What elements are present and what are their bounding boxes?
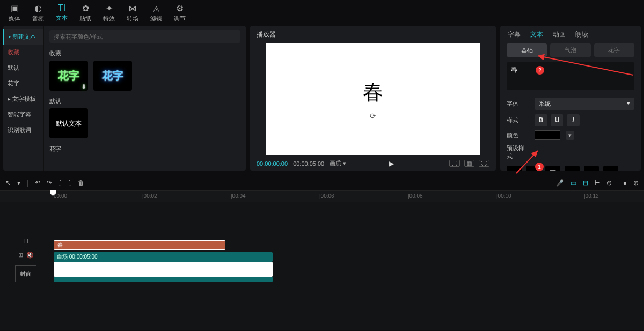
delete-button[interactable]: 🗑 bbox=[78, 179, 84, 187]
tool-adjust[interactable]: ⚙调节 bbox=[169, 2, 191, 26]
time-total: 00:00:05:00 bbox=[293, 160, 324, 167]
mic-icon[interactable]: 🎤 bbox=[556, 179, 564, 187]
sticker-icon: ✿ bbox=[74, 3, 97, 13]
tool-effect[interactable]: ✦特效 bbox=[98, 2, 120, 26]
color-dropdown-icon[interactable]: ▾ bbox=[566, 131, 574, 140]
side-text-template[interactable]: ▸ 文字模板 bbox=[3, 91, 43, 107]
tool-transition[interactable]: ⋈转场 bbox=[121, 2, 144, 26]
expand-track-icon[interactable]: ⊞ bbox=[18, 252, 23, 259]
italic-button[interactable]: I bbox=[567, 114, 580, 126]
mute-track-icon[interactable]: 🔇 bbox=[26, 252, 34, 259]
quality-dropdown[interactable]: 画质 ▾ bbox=[330, 159, 346, 167]
preset-none[interactable]: ⊘ bbox=[507, 166, 522, 171]
section-huazi: 花字 bbox=[49, 145, 240, 153]
download-icon: ⬇ bbox=[82, 84, 86, 90]
preset-4[interactable]: T bbox=[584, 166, 599, 171]
text-icon: TI bbox=[50, 3, 73, 13]
underline-button[interactable]: U bbox=[551, 114, 564, 126]
color-picker[interactable] bbox=[535, 130, 560, 140]
tool-text[interactable]: TI文本 bbox=[50, 2, 73, 26]
magnet-icon[interactable]: ▭ bbox=[570, 179, 576, 187]
font-label: 字体 bbox=[507, 100, 529, 108]
filter-icon: ◬ bbox=[145, 3, 167, 13]
ruler-tick: |00:06 bbox=[319, 193, 334, 199]
timeline-ruler[interactable]: 00:00|00:02|00:04|00:06|00:08|00:10|00:1… bbox=[0, 191, 644, 202]
color-label: 颜色 bbox=[507, 131, 529, 139]
ruler-tick: |00:04 bbox=[231, 193, 246, 199]
tab-subtitle[interactable]: 字幕 bbox=[508, 30, 521, 39]
fullscreen-icon[interactable]: ⛶ bbox=[479, 160, 489, 167]
redo-button[interactable]: ↷ bbox=[47, 179, 52, 187]
tab-read[interactable]: 朗读 bbox=[575, 30, 588, 39]
ruler-tick: |00:10 bbox=[496, 193, 511, 199]
undo-button[interactable]: ↶ bbox=[35, 179, 40, 187]
canvas-text: 春 bbox=[363, 79, 383, 106]
transition-icon: ⋈ bbox=[121, 3, 144, 13]
subtab-bubble[interactable]: 气泡 bbox=[550, 43, 590, 57]
thumb-huazi-1[interactable]: 花字⬇ bbox=[49, 61, 88, 91]
video-clip[interactable] bbox=[54, 262, 273, 277]
zoom-slider[interactable]: ─● bbox=[618, 179, 627, 187]
time-current: 00:00:00:00 bbox=[257, 160, 288, 167]
preset-3[interactable]: T bbox=[565, 166, 580, 171]
text-input-area[interactable]: 春 bbox=[507, 62, 634, 90]
video-clip-header[interactable]: 白场 00:00:05:00 bbox=[54, 252, 273, 262]
section-favorite: 收藏 bbox=[49, 49, 240, 57]
annotation-badge-2: 2 bbox=[536, 66, 544, 75]
thumb-huazi-2[interactable]: 花字 bbox=[93, 61, 132, 91]
tool-audio[interactable]: ◐音频 bbox=[27, 2, 49, 26]
tool-sticker[interactable]: ✿贴纸 bbox=[74, 2, 97, 26]
zoom-out-icon[interactable]: ⊖ bbox=[606, 179, 612, 187]
tool-filter[interactable]: ◬滤镜 bbox=[145, 2, 167, 26]
preset-5[interactable]: T bbox=[603, 166, 618, 171]
effect-icon: ✦ bbox=[98, 3, 120, 13]
player-canvas[interactable]: 春 ⟳ bbox=[266, 43, 480, 155]
side-smart-subtitle[interactable]: 智能字幕 bbox=[3, 107, 43, 122]
split-button[interactable]: 〕〔 bbox=[58, 179, 71, 188]
media-icon: ▣ bbox=[3, 3, 26, 13]
side-recognize-lyrics[interactable]: 识别歌词 bbox=[3, 122, 43, 138]
play-button[interactable]: ▶ bbox=[389, 160, 394, 167]
link-icon[interactable]: ⊟ bbox=[583, 179, 588, 187]
subtab-basic[interactable]: 基础 bbox=[507, 43, 547, 57]
compare-icon[interactable]: ▥ bbox=[464, 160, 474, 167]
adjust-icon: ⚙ bbox=[169, 3, 191, 13]
side-default[interactable]: 默认 bbox=[3, 60, 43, 76]
ruler-tick: |00:12 bbox=[584, 193, 599, 199]
property-panel: 字幕 文本 动画 朗读 基础 气泡 花字 春 字体 系统▾ 样式 B U I 颜… bbox=[500, 26, 641, 171]
style-label: 样式 bbox=[507, 116, 529, 124]
side-new-text[interactable]: • 新建文本 bbox=[3, 29, 43, 45]
player-title: 播放器 bbox=[250, 26, 496, 43]
tab-anim[interactable]: 动画 bbox=[553, 30, 566, 39]
align-icon[interactable]: ⊢ bbox=[595, 179, 600, 187]
cover-button[interactable]: 封面 bbox=[15, 265, 36, 282]
tab-text[interactable]: 文本 bbox=[530, 30, 543, 39]
loading-icon: ⟳ bbox=[370, 112, 376, 120]
pointer-tool[interactable]: ↖ bbox=[5, 179, 11, 187]
ruler-tick: |00:02 bbox=[142, 193, 157, 199]
ruler-tick: |00:08 bbox=[408, 193, 423, 199]
video-clip-footer bbox=[54, 277, 273, 282]
tool-media[interactable]: ▣媒体 bbox=[3, 2, 26, 26]
audio-icon: ◐ bbox=[27, 3, 49, 13]
pointer-drop-icon[interactable]: ▾ bbox=[17, 179, 20, 187]
text-clip[interactable]: 春 bbox=[54, 240, 225, 250]
font-dropdown[interactable]: 系统▾ bbox=[535, 98, 634, 110]
asset-panel: • 新建文本 收藏 默认 花字 ▸ 文字模板 智能字幕 识别歌词 收藏 花字⬇ … bbox=[3, 26, 246, 171]
preset-2[interactable]: T bbox=[545, 166, 560, 171]
player-panel: 播放器 春 ⟳ 00:00:00:00 00:00:05:00 画质 ▾ ▶ ⛶… bbox=[250, 26, 496, 171]
search-input[interactable] bbox=[49, 30, 240, 43]
text-track-label: TI bbox=[0, 234, 52, 248]
ruler-tick: 00:00 bbox=[54, 193, 67, 199]
zoom-fit-icon[interactable]: ⊕ bbox=[633, 179, 639, 187]
ratio-icon[interactable]: ⛶ bbox=[449, 160, 460, 167]
bold-button[interactable]: B bbox=[535, 114, 547, 126]
side-huazi[interactable]: 花字 bbox=[3, 76, 43, 91]
section-default: 默认 bbox=[49, 97, 240, 105]
side-favorite[interactable]: 收藏 bbox=[3, 45, 43, 60]
timeline[interactable]: 00:00|00:02|00:04|00:06|00:08|00:10|00:1… bbox=[0, 191, 644, 330]
playhead[interactable] bbox=[53, 191, 53, 330]
subtab-huazi[interactable]: 花字 bbox=[594, 43, 634, 57]
chevron-icon: ▾ bbox=[627, 100, 630, 108]
thumb-default-text[interactable]: 默认文本 bbox=[49, 108, 88, 138]
